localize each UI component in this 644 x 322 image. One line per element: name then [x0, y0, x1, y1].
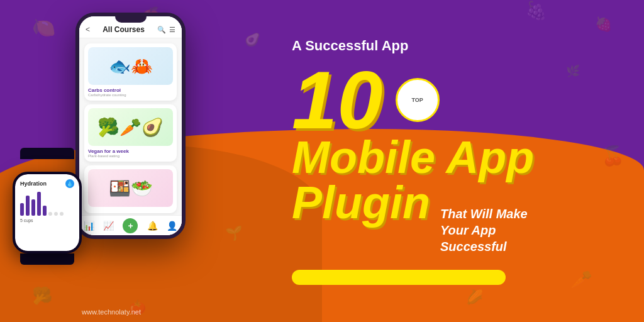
phone-mockup: < All Courses 🔍 ☰ 🐟🦀 Carbs control Carbo…	[75, 13, 186, 239]
home-icon: 📊	[84, 221, 94, 231]
watch-screen: Hydration 💧 5 cups	[15, 174, 79, 251]
phone-back-button: <	[86, 25, 90, 34]
bell-icon: 🔔	[147, 221, 158, 231]
course-image-1: 🐟🦀	[88, 47, 173, 85]
bar-4	[37, 192, 41, 216]
subtitle-block: That Will Make Your App Successful	[440, 206, 528, 255]
profile-icon: 👤	[167, 221, 177, 231]
main-title-line2: Plugin	[292, 180, 430, 225]
watch-title: Hydration	[20, 180, 47, 187]
course-title-2: Vegan for a week	[88, 148, 173, 154]
number-row: 10 TOP	[292, 59, 613, 141]
main-title-line2-row: Plugin That Will Make Your App Successfu…	[292, 180, 613, 255]
top-label: A Successful App	[292, 38, 613, 54]
bar-1	[20, 203, 24, 216]
watch-band-bottom	[20, 253, 74, 265]
big-number: 10	[292, 59, 383, 141]
bar-2	[26, 196, 30, 216]
watch-bar-chart	[20, 191, 74, 216]
main-title-line1: Mobile App	[292, 135, 613, 180]
course-card-1: 🐟🦀 Carbs control Carbohydrate counting	[84, 43, 177, 101]
dot-1	[48, 212, 52, 216]
phone-screen: < All Courses 🔍 ☰ 🐟🦀 Carbs control Carbo…	[79, 16, 182, 235]
phone-notch	[115, 16, 147, 23]
subtitle-line2: Your App	[440, 222, 528, 238]
watch-band-top	[20, 148, 74, 159]
subtitle-line1: That Will Make	[440, 206, 528, 222]
top-badge: TOP	[396, 78, 440, 122]
watch-area: Hydration 💧 5 cups	[13, 160, 82, 265]
course-title-1: Carbs control	[88, 87, 173, 93]
watch-frame: Hydration 💧 5 cups	[13, 172, 82, 253]
course-card-3: 🍱🥗	[84, 165, 177, 213]
badge-top-text: TOP	[411, 97, 423, 103]
phone-frame: < All Courses 🔍 ☰ 🐟🦀 Carbs control Carbo…	[75, 13, 186, 239]
watch-header: Hydration 💧	[20, 179, 74, 188]
dot-2	[54, 212, 58, 216]
search-icon: 🔍	[157, 26, 166, 34]
phone-header-icons: 🔍 ☰	[157, 26, 175, 34]
phone-bottom-nav: 📊 📈 + 🔔 👤	[79, 215, 182, 235]
watch-footer: 5 cups	[20, 218, 74, 223]
course-card-2: 🥦🥕🥑 Vegan for a week Plant-based eating	[84, 104, 177, 162]
main-title-block: Mobile App Plugin That Will Make Your Ap…	[292, 135, 613, 255]
add-button: +	[123, 218, 138, 233]
yellow-decorative-bar	[292, 270, 506, 285]
menu-icon: ☰	[169, 26, 175, 34]
bar-3	[31, 199, 35, 216]
website-label: www.technolaty.net	[82, 308, 141, 316]
water-drop-icon: 💧	[65, 179, 74, 188]
course-image-3: 🍱🥗	[88, 169, 173, 207]
subtitle-line3: Successful	[440, 238, 528, 255]
bar-5	[43, 206, 47, 216]
course-subtitle-1: Carbohydrate counting	[88, 93, 173, 97]
inactive-dots	[48, 212, 64, 216]
right-content: A Successful App 10 TOP Mobile App Plugi…	[254, 0, 644, 322]
course-subtitle-2: Plant-based eating	[88, 154, 173, 158]
dot-3	[60, 212, 64, 216]
phone-screen-title: All Courses	[103, 25, 145, 34]
course-image-2: 🥦🥕🥑	[88, 108, 173, 146]
chart-icon: 📈	[103, 221, 114, 231]
